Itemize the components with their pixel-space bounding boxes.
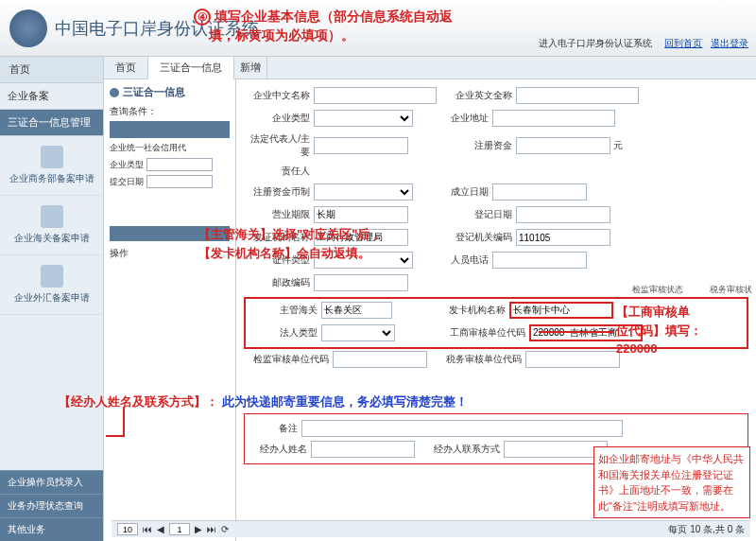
right-status-labels: 检监审核状态 税务审核状	[632, 284, 752, 296]
label-handler-contact: 经办人联系方式	[424, 443, 500, 456]
nav-operator-entry[interactable]: 企业操作员找录入	[0, 470, 103, 494]
label-resp: 责任人	[244, 165, 310, 178]
document-icon	[41, 146, 63, 168]
label-en-name: 企业英文全称	[446, 89, 512, 102]
input-tax-code[interactable]	[525, 351, 620, 368]
label-est-date: 成立日期	[422, 185, 489, 199]
nav-status-query[interactable]: 业务办理状态查询	[0, 494, 103, 517]
query-label: 查询条件：	[110, 105, 230, 118]
input-remark[interactable]	[301, 420, 623, 437]
nav-home[interactable]: 首页	[0, 57, 103, 83]
label-postcode: 邮政编码	[244, 276, 310, 289]
tab-bar: 首页 三证合一信息 新增	[104, 57, 756, 79]
label-insp-code: 检监审核单位代码	[244, 353, 329, 366]
label-tax-code: 税务审核单位代码	[437, 353, 522, 366]
nav-item-forex[interactable]: 企业外汇备案申请	[0, 255, 103, 315]
label-reg-date: 登记日期	[446, 208, 512, 221]
query-ent-type: 企业类型	[110, 158, 230, 171]
input-customs[interactable]	[321, 302, 392, 319]
step-number: ④	[194, 9, 211, 26]
query-credit-code: 企业统一社会信用代	[110, 142, 230, 154]
document-icon	[41, 265, 63, 288]
pager-prev-icon[interactable]: ◀	[157, 524, 164, 534]
ops-label: 操作	[110, 247, 230, 260]
input-handler-contact[interactable]	[504, 441, 608, 458]
label-ent-addr: 企业地址	[422, 112, 489, 125]
pager-last-icon[interactable]: ⏭	[207, 524, 216, 534]
label-contact-tel: 人员电话	[422, 253, 489, 267]
input-est-date[interactable]	[492, 183, 587, 201]
input-reg-capital[interactable]	[516, 137, 610, 154]
document-icon	[41, 205, 63, 228]
input-handler-name[interactable]	[311, 441, 415, 458]
annotation-contact: 【经办人姓名及联系方式】： 此为快递邮寄重要信息，务必填写清楚完整！	[59, 393, 468, 410]
header-links: 进入电子口岸身份认证系统 回到首页 退出登录	[539, 37, 748, 50]
home-link[interactable]: 回到首页	[664, 38, 702, 48]
query-date-input[interactable]	[146, 175, 213, 188]
tab-new[interactable]: 新增	[234, 57, 267, 79]
select-reg-currency[interactable]	[314, 183, 413, 201]
input-legal-rep[interactable]	[314, 137, 408, 154]
label-card-org: 发卡机构名称	[439, 304, 506, 317]
panel-title: 三证合一信息	[110, 85, 230, 99]
app-logo	[9, 9, 47, 47]
nav-item-commerce[interactable]: 企业商务部备案申请	[0, 136, 103, 196]
input-ent-addr[interactable]	[492, 110, 615, 127]
unit-yuan: 元	[613, 139, 623, 152]
pager-next-icon[interactable]: ▶	[195, 524, 202, 534]
pager-refresh-icon[interactable]: ⟳	[221, 524, 229, 534]
label-handler-name: 经办人姓名	[250, 443, 307, 456]
input-reg-no[interactable]	[516, 229, 610, 246]
input-insp-code[interactable]	[333, 351, 427, 368]
nav-other[interactable]: 其他业务	[0, 517, 103, 541]
connector-line	[106, 435, 125, 437]
connector-line	[539, 331, 614, 333]
input-reg-date[interactable]	[516, 206, 610, 223]
label-biz-period: 营业期限	[244, 208, 310, 221]
input-card-org[interactable]	[509, 302, 613, 319]
left-navigation: 首页 企业备案 三证合一信息管理 企业商务部备案申请 企业海关备案申请 企业外汇…	[0, 57, 104, 541]
input-en-name[interactable]	[516, 87, 639, 104]
page-size-input[interactable]	[117, 523, 138, 535]
nav-item-customs[interactable]: 企业海关备案申请	[0, 196, 103, 255]
input-contact-tel[interactable]	[492, 252, 587, 269]
query-header-bar	[110, 121, 230, 138]
page-number-input[interactable]	[169, 523, 190, 535]
nav-item-info-mgmt[interactable]: 三证合一信息管理	[0, 110, 103, 136]
query-panel: 三证合一信息 查询条件： 企业统一社会信用代 企业类型 提交日期 操作	[104, 79, 236, 541]
enter-system-link[interactable]: 进入电子口岸身份认证系统	[539, 38, 652, 48]
tab-home[interactable]: 首页	[104, 57, 148, 79]
label-legal-type: 法人类型	[251, 326, 318, 340]
label-cert-type: 证件类型	[244, 253, 310, 267]
pager-info: 每页 10 条,共 0 条	[668, 523, 745, 536]
query-type-input[interactable]	[146, 158, 213, 171]
label-customs: 主管海关	[251, 304, 318, 317]
pager-first-icon[interactable]: ⏮	[143, 524, 152, 534]
annotation-address-note: 如企业邮寄地址与《中华人民共和国海关报关单位注册登记证书》上面地址不一致，需要在…	[593, 446, 750, 518]
label-remark: 备注	[250, 422, 298, 435]
input-cn-name[interactable]	[314, 87, 437, 104]
annotation-top: ④ 填写企业基本信息（部分信息系统自动返 填，标黄项为必填项）。	[194, 8, 453, 44]
label-reg-currency: 注册资金币制	[244, 185, 310, 199]
select-cert-type[interactable]	[314, 252, 413, 269]
tab-info[interactable]: 三证合一信息	[148, 57, 234, 79]
connector-line	[123, 407, 125, 435]
select-legal-type[interactable]	[321, 324, 395, 341]
label-legal-rep: 法定代表人/主要	[244, 132, 310, 159]
nav-section-enterprise[interactable]: 企业备案	[0, 83, 103, 110]
label-reg-no: 登记机关编码	[446, 231, 512, 244]
query-submit-date: 提交日期	[110, 175, 230, 188]
input-postcode[interactable]	[314, 274, 408, 291]
pagination-bar: ⏮ ◀ ▶ ⏭ ⟳ 每页 10 条,共 0 条	[112, 520, 750, 537]
label-biz-audit: 工商审核单位代码	[440, 326, 525, 340]
label-ent-type: 企业类型	[244, 112, 310, 125]
logout-link[interactable]: 退出登录	[711, 38, 748, 48]
input-biz-period[interactable]	[314, 206, 408, 223]
input-issuer[interactable]	[314, 229, 408, 246]
label-reg-capital: 注册资金	[446, 139, 512, 152]
annotation-audit-code: 【工商审核单 位代码】填写： 220000	[616, 303, 748, 358]
label-issuer: 发证机构名称	[244, 231, 310, 244]
label-cn-name: 企业中文名称	[244, 89, 310, 102]
select-ent-type[interactable]	[314, 110, 413, 127]
ops-header-bar	[110, 226, 230, 241]
